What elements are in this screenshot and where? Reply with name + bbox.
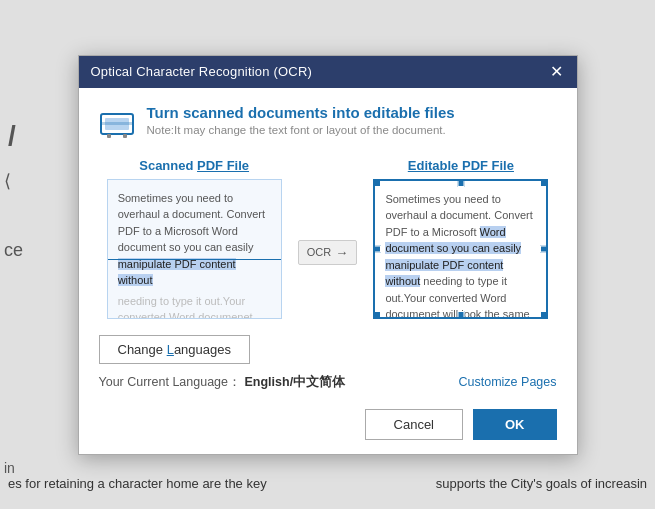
- editable-label: Editable PDF File: [408, 158, 514, 173]
- col-left: Scanned PDF File Sometimes you need to o…: [99, 158, 290, 319]
- editable-preview: Sometimes you need to overhaul a documen…: [373, 179, 548, 319]
- scanned-text: Sometimes you need to overhaul a documen…: [118, 192, 265, 287]
- handle-br: [540, 311, 547, 318]
- bg-slash2: ⟨: [4, 170, 11, 192]
- bg-slash: /: [8, 120, 16, 152]
- handle-bm: [457, 311, 464, 318]
- svg-rect-2: [101, 122, 133, 125]
- ok-button[interactable]: OK: [473, 409, 557, 440]
- cancel-button[interactable]: Cancel: [365, 409, 463, 440]
- ocr-arrow-box: OCR →: [298, 240, 357, 265]
- current-lang-row: Your Current Language： English/中文简体 Cust…: [99, 374, 557, 391]
- handle-tr: [540, 180, 547, 187]
- close-button[interactable]: ✕: [548, 64, 565, 80]
- col-right: Editable PDF File Sometimes you need to …: [365, 158, 556, 319]
- change-languages-button[interactable]: Change Languages: [99, 335, 251, 364]
- columns-row: Scanned PDF File Sometimes you need to o…: [99, 158, 557, 319]
- handle-mr: [540, 245, 547, 252]
- current-lang-left: Your Current Language： English/中文简体: [99, 374, 346, 391]
- bg-in: in: [4, 460, 15, 476]
- header-subtitle: Note:It may change the text font or layo…: [147, 124, 455, 136]
- current-lang-label: Your Current Language：: [99, 375, 242, 389]
- handle-bl: [374, 311, 381, 318]
- scanner-icon: [99, 106, 135, 142]
- scanned-label: Scanned PDF File: [139, 158, 249, 173]
- svg-rect-4: [123, 134, 127, 138]
- header-text: Turn scanned documents into editable fil…: [147, 104, 455, 136]
- editable-text: Sometimes you need to overhaul a documen…: [385, 193, 532, 319]
- ocr-label: OCR: [307, 246, 331, 258]
- customize-pages-link[interactable]: Customize Pages: [459, 375, 557, 389]
- dialog-body: Turn scanned documents into editable fil…: [79, 88, 577, 454]
- header-section: Turn scanned documents into editable fil…: [99, 104, 557, 142]
- ocr-dialog: Optical Character Recognition (OCR) ✕ Tu…: [78, 55, 578, 455]
- scanned-faded-text: needing to type it out.Your converted Wo…: [118, 293, 271, 319]
- lang-section: Change Languages: [99, 335, 557, 364]
- current-lang-value: English/中文简体: [244, 375, 345, 389]
- bg-ce: ce: [4, 240, 23, 261]
- header-title: Turn scanned documents into editable fil…: [147, 104, 455, 121]
- scanned-preview: Sometimes you need to overhaul a documen…: [107, 179, 282, 319]
- handle-tm: [457, 180, 464, 187]
- ocr-arrow-area: OCR →: [290, 212, 365, 265]
- arrow-icon: →: [335, 245, 348, 260]
- dialog-footer: Cancel OK: [99, 405, 557, 440]
- handle-tl: [374, 180, 381, 187]
- dialog-title: Optical Character Recognition (OCR): [91, 64, 313, 79]
- scan-line: [108, 259, 281, 260]
- bg-text-right: supports the City's goals of increasin: [436, 476, 655, 491]
- bg-text-left: es for retaining a character home are th…: [0, 476, 267, 491]
- handle-ml: [374, 245, 381, 252]
- dialog-titlebar: Optical Character Recognition (OCR) ✕: [79, 56, 577, 88]
- svg-rect-3: [107, 134, 111, 138]
